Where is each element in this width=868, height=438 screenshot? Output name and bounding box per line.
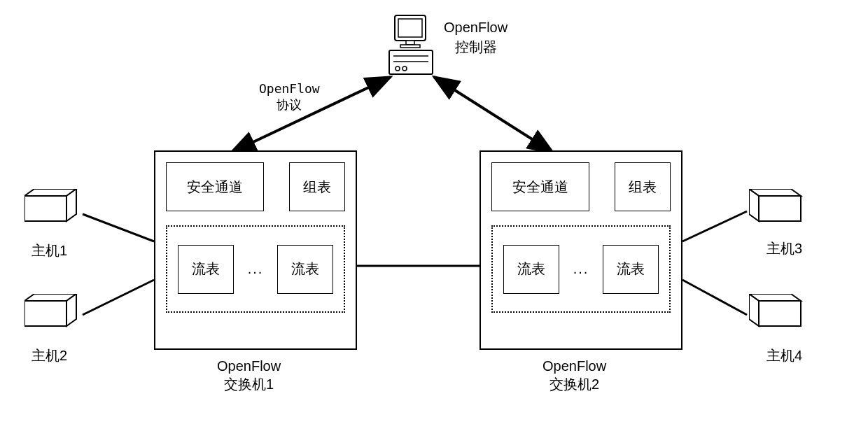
flow-table-2a: 流表 xyxy=(503,245,559,294)
switch-2: 安全通道 组表 流表 ... 流表 xyxy=(479,150,682,350)
switch-1-top-row: 安全通道 组表 xyxy=(166,162,345,211)
secure-channel-2: 安全通道 xyxy=(491,162,589,211)
svg-line-7 xyxy=(682,211,747,241)
svg-rect-11 xyxy=(406,41,414,45)
switch-1: 安全通道 组表 流表 ... 流表 xyxy=(154,150,357,350)
host-3-label: 主机3 xyxy=(766,239,802,258)
switch-1-label: OpenFlow 交换机1 xyxy=(217,357,281,393)
svg-line-8 xyxy=(682,280,747,315)
svg-rect-13 xyxy=(389,50,433,74)
svg-line-3 xyxy=(434,77,553,153)
host-3-icon xyxy=(749,189,805,224)
flow-dots-2: ... xyxy=(573,261,589,277)
host-1-label: 主机1 xyxy=(31,241,67,260)
protocol-line-2: 协议 xyxy=(276,97,302,112)
secure-channel-1: 安全通道 xyxy=(166,162,264,211)
host-2-label: 主机2 xyxy=(31,346,67,365)
svg-marker-27 xyxy=(759,301,801,326)
group-table-1: 组表 xyxy=(289,162,345,211)
host-1-icon xyxy=(24,189,80,224)
svg-marker-18 xyxy=(24,196,66,221)
svg-line-4 xyxy=(83,214,154,241)
controller-title-2: 控制器 xyxy=(455,39,497,55)
svg-rect-12 xyxy=(400,45,420,48)
flow-tables-1: 流表 ... 流表 xyxy=(166,225,345,313)
controller-title-1: OpenFlow xyxy=(444,20,507,35)
svg-marker-24 xyxy=(759,196,801,221)
svg-line-5 xyxy=(83,280,154,315)
switch-1-label-2: 交换机1 xyxy=(224,376,274,392)
switch-1-label-1: OpenFlow xyxy=(217,358,281,374)
switch-2-top-row: 安全通道 组表 xyxy=(491,162,671,211)
switch-2-label: OpenFlow 交换机2 xyxy=(542,357,606,393)
protocol-line-1: OpenFlow xyxy=(259,81,320,96)
flow-tables-2: 流表 ... 流表 xyxy=(491,225,671,313)
controller-icon xyxy=(388,14,437,77)
switch-2-label-2: 交换机2 xyxy=(550,376,599,392)
svg-rect-10 xyxy=(398,19,422,37)
protocol-label: OpenFlow 协议 xyxy=(259,80,320,113)
flow-table-2b: 流表 xyxy=(603,245,659,294)
flow-table-1a: 流表 xyxy=(178,245,234,294)
flow-dots-1: ... xyxy=(248,261,264,277)
flow-table-1b: 流表 xyxy=(277,245,333,294)
host-4-icon xyxy=(749,294,805,329)
host-2-icon xyxy=(24,294,80,329)
svg-marker-21 xyxy=(24,301,66,326)
group-table-2: 组表 xyxy=(615,162,671,211)
switch-2-label-1: OpenFlow xyxy=(542,358,606,374)
host-4-label: 主机4 xyxy=(766,346,802,365)
controller-label: OpenFlow 控制器 xyxy=(444,17,507,57)
